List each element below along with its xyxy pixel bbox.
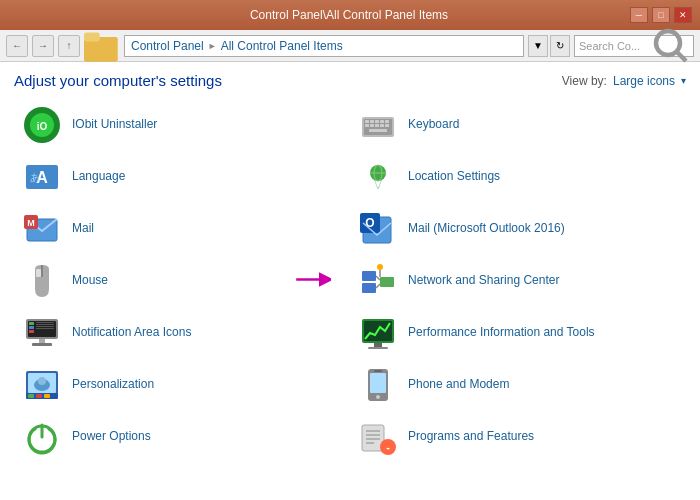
view-by-option[interactable]: Large icons (613, 74, 675, 88)
window-title: Control Panel\All Control Panel Items (68, 8, 630, 22)
list-item[interactable]: - Programs and Features (350, 411, 686, 463)
list-item[interactable]: O Mail (Microsoft Outlook 2016) (350, 203, 686, 255)
svg-text:iO: iO (37, 121, 48, 132)
list-item[interactable]: Performance Information and Tools (350, 307, 686, 359)
list-item[interactable]: Location Settings (350, 151, 686, 203)
svg-rect-47 (29, 322, 34, 325)
svg-rect-71 (374, 370, 382, 372)
mail-label: Mail (72, 221, 94, 237)
mail-icon: M (22, 209, 62, 249)
svg-line-42 (376, 284, 380, 288)
pink-arrow (295, 262, 331, 298)
dropdown-button[interactable]: ▼ (528, 35, 548, 57)
path-all-items[interactable]: All Control Panel Items (221, 39, 343, 53)
svg-rect-19 (369, 129, 387, 132)
svg-rect-35 (36, 269, 41, 277)
up-button[interactable]: ↑ (58, 35, 80, 57)
svg-line-3 (677, 52, 686, 61)
search-placeholder: Search Co... (579, 40, 649, 52)
list-item[interactable]: Keyboard (350, 99, 686, 151)
svg-rect-12 (380, 120, 384, 123)
svg-rect-9 (365, 120, 369, 123)
svg-rect-55 (32, 343, 52, 346)
path-control-panel[interactable]: Control Panel (131, 39, 204, 53)
svg-rect-51 (36, 324, 54, 325)
network-label: Network and Sharing Center (408, 273, 559, 289)
language-label: Language (72, 169, 125, 185)
mail-outlook-label: Mail (Microsoft Outlook 2016) (408, 221, 565, 237)
performance-icon (358, 313, 398, 353)
notification-label: Notification Area Icons (72, 325, 191, 341)
svg-rect-59 (368, 347, 388, 349)
personalization-label: Personalization (72, 377, 154, 393)
page-title: Adjust your computer's settings (14, 72, 222, 89)
window-controls: ─ □ ✕ (630, 7, 692, 23)
notification-icon (22, 313, 62, 353)
svg-rect-15 (370, 124, 374, 127)
list-item[interactable]: Power Options (14, 411, 350, 463)
view-by-dropdown[interactable]: ▾ (681, 75, 686, 86)
refresh-button[interactable]: ↻ (550, 35, 570, 57)
items-grid: iO IObit Uninstaller (14, 99, 686, 463)
view-by-label: View by: (562, 74, 607, 88)
view-by-control: View by: Large icons ▾ (562, 74, 686, 88)
svg-rect-49 (29, 330, 34, 333)
network-icon (358, 261, 398, 301)
svg-text:O: O (365, 216, 374, 230)
programs-label: Programs and Features (408, 429, 534, 445)
svg-rect-58 (374, 343, 382, 347)
list-item[interactable]: Notification Area Icons (14, 307, 350, 359)
svg-rect-18 (385, 124, 389, 127)
svg-rect-11 (375, 120, 379, 123)
svg-rect-10 (370, 120, 374, 123)
header-row: Adjust your computer's settings View by:… (14, 72, 686, 89)
programs-icon: - (358, 417, 398, 457)
title-bar: Control Panel\All Control Panel Items ─ … (0, 0, 700, 30)
address-controls: ▼ ↻ (528, 35, 570, 57)
svg-rect-53 (36, 328, 54, 329)
svg-rect-66 (36, 394, 42, 398)
main-content: Adjust your computer's settings View by:… (0, 62, 700, 500)
list-item[interactable]: Phone and Modem (350, 359, 686, 411)
svg-rect-50 (36, 322, 54, 323)
list-item[interactable]: M Mail (14, 203, 350, 255)
personalization-icon (22, 365, 62, 405)
power-label: Power Options (72, 429, 151, 445)
location-label: Location Settings (408, 169, 500, 185)
phone-icon (358, 365, 398, 405)
list-item[interactable]: Network and Sharing Center (350, 255, 686, 307)
svg-rect-67 (44, 394, 50, 398)
mail-outlook-icon: O (358, 209, 398, 249)
list-item[interactable]: Personalization (14, 359, 350, 411)
svg-rect-39 (362, 283, 376, 293)
close-button[interactable]: ✕ (674, 7, 692, 23)
maximize-button[interactable]: □ (652, 7, 670, 23)
phone-label: Phone and Modem (408, 377, 509, 393)
mouse-label: Mouse (72, 273, 108, 289)
list-item[interactable]: iO IObit Uninstaller (14, 99, 350, 151)
language-icon: A あ (22, 157, 62, 197)
svg-point-70 (376, 395, 380, 399)
search-box[interactable]: Search Co... (574, 35, 694, 57)
keyboard-icon (358, 105, 398, 145)
address-path[interactable]: Control Panel ► All Control Panel Items (124, 35, 524, 57)
svg-rect-17 (380, 124, 384, 127)
list-item[interactable]: A あ Language (14, 151, 350, 203)
performance-label: Performance Information and Tools (408, 325, 595, 341)
svg-rect-38 (362, 271, 376, 281)
svg-rect-48 (29, 326, 34, 329)
iobit-icon: iO (22, 105, 62, 145)
svg-text:-: - (386, 441, 390, 453)
svg-rect-16 (375, 124, 379, 127)
svg-rect-40 (380, 277, 394, 287)
svg-point-2 (656, 31, 680, 55)
svg-rect-52 (36, 326, 54, 327)
minimize-button[interactable]: ─ (630, 7, 648, 23)
back-button[interactable]: ← (6, 35, 28, 57)
svg-text:M: M (27, 218, 35, 228)
svg-rect-69 (370, 373, 386, 393)
address-bar: ← → ↑ Control Panel ► All Control Panel … (0, 30, 700, 62)
location-icon (358, 157, 398, 197)
forward-button[interactable]: → (32, 35, 54, 57)
power-icon (22, 417, 62, 457)
